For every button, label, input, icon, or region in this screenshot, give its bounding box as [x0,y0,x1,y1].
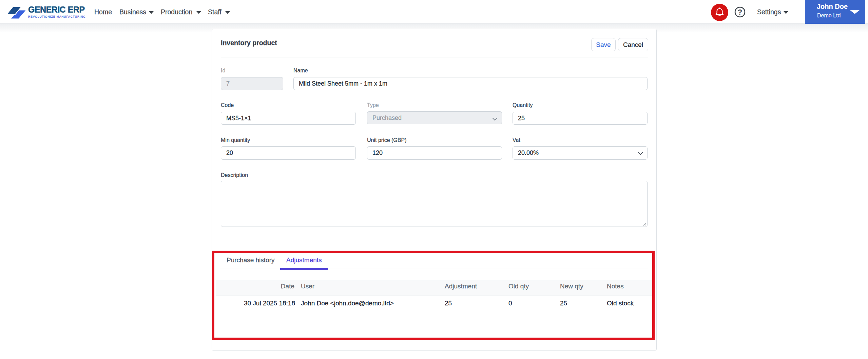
svg-text:?: ? [738,8,742,16]
